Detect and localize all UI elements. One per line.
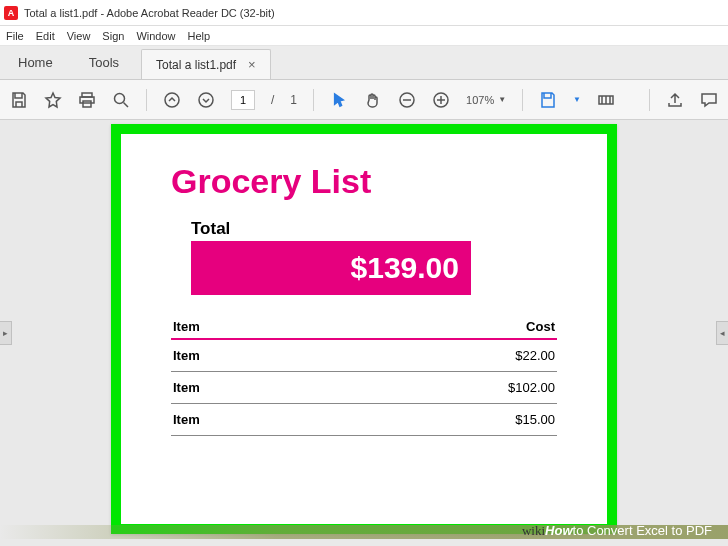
tab-tools[interactable]: Tools xyxy=(71,46,137,79)
zoom-level[interactable]: 107% ▼ xyxy=(466,94,506,106)
total-label: Total xyxy=(191,219,557,239)
share-icon[interactable] xyxy=(666,91,684,109)
menu-sign[interactable]: Sign xyxy=(102,30,124,42)
close-icon[interactable]: × xyxy=(248,57,256,72)
menu-window[interactable]: Window xyxy=(136,30,175,42)
page-separator: / xyxy=(271,93,274,107)
separator xyxy=(649,89,650,111)
page-up-icon[interactable] xyxy=(163,91,181,109)
table-row: Item $102.00 xyxy=(171,372,557,404)
cell-cost: $22.00 xyxy=(316,339,557,372)
cell-item: Item xyxy=(171,404,316,436)
pointer-icon[interactable] xyxy=(330,91,348,109)
watermark-text: wikiHow to Convert Excel to PDF xyxy=(522,523,712,539)
separator xyxy=(146,89,147,111)
svg-point-6 xyxy=(199,93,213,107)
header-item: Item xyxy=(171,315,316,339)
page-down-icon[interactable] xyxy=(197,91,215,109)
header-cost: Cost xyxy=(316,315,557,339)
comment-icon[interactable] xyxy=(700,91,718,109)
tab-home[interactable]: Home xyxy=(0,46,71,79)
separator xyxy=(313,89,314,111)
menu-bar: File Edit View Sign Window Help xyxy=(0,26,728,46)
document-title: Grocery List xyxy=(171,162,557,201)
cell-item: Item xyxy=(171,339,316,372)
zoom-out-icon[interactable] xyxy=(398,91,416,109)
watermark: wikiHow to Convert Excel to PDF xyxy=(0,516,728,546)
svg-point-5 xyxy=(165,93,179,107)
chevron-down-icon: ▼ xyxy=(498,95,506,104)
watermark-caption: to Convert Excel to PDF xyxy=(573,523,712,538)
cell-cost: $102.00 xyxy=(316,372,557,404)
pdf-page: Grocery List Total $139.00 Item Cost Ite… xyxy=(111,124,617,534)
tab-document[interactable]: Total a list1.pdf × xyxy=(141,49,271,79)
chevron-down-icon[interactable]: ▼ xyxy=(573,95,581,104)
title-bar: A Total a list1.pdf - Adobe Acrobat Read… xyxy=(0,0,728,26)
cell-cost: $15.00 xyxy=(316,404,557,436)
brand-suffix: How xyxy=(545,523,572,538)
star-icon[interactable] xyxy=(44,91,62,109)
page-number-input[interactable] xyxy=(231,90,255,110)
search-icon[interactable] xyxy=(112,91,130,109)
svg-point-3 xyxy=(115,93,125,103)
menu-view[interactable]: View xyxy=(67,30,91,42)
print-icon[interactable] xyxy=(78,91,96,109)
zoom-in-icon[interactable] xyxy=(432,91,450,109)
table-row: Item $22.00 xyxy=(171,339,557,372)
tab-document-label: Total a list1.pdf xyxy=(156,58,236,72)
svg-rect-2 xyxy=(83,101,91,107)
table-row: Item $15.00 xyxy=(171,404,557,436)
save-icon[interactable] xyxy=(10,91,28,109)
brand-prefix: wiki xyxy=(522,523,545,539)
total-value: $139.00 xyxy=(191,241,471,295)
zoom-value-text: 107% xyxy=(466,94,494,106)
toolbar: / 1 107% ▼ ▼ xyxy=(0,80,728,120)
svg-line-4 xyxy=(124,102,129,107)
menu-edit[interactable]: Edit xyxy=(36,30,55,42)
menu-file[interactable]: File xyxy=(6,30,24,42)
stamp-icon[interactable] xyxy=(597,91,615,109)
document-viewer: ▸ ◂ Grocery List Total $139.00 Item Cost… xyxy=(0,120,728,546)
svg-rect-1 xyxy=(80,97,94,103)
acrobat-icon: A xyxy=(4,6,18,20)
hand-icon[interactable] xyxy=(364,91,382,109)
left-panel-toggle[interactable]: ▸ xyxy=(0,321,12,345)
menu-help[interactable]: Help xyxy=(188,30,211,42)
window-title: Total a list1.pdf - Adobe Acrobat Reader… xyxy=(24,7,275,19)
items-table: Item Cost Item $22.00 Item $102.00 Item … xyxy=(171,315,557,436)
tab-bar: Home Tools Total a list1.pdf × xyxy=(0,46,728,80)
cell-item: Item xyxy=(171,372,316,404)
page-total: 1 xyxy=(290,93,297,107)
save-cloud-icon[interactable] xyxy=(539,91,557,109)
separator xyxy=(522,89,523,111)
right-panel-toggle[interactable]: ◂ xyxy=(716,321,728,345)
